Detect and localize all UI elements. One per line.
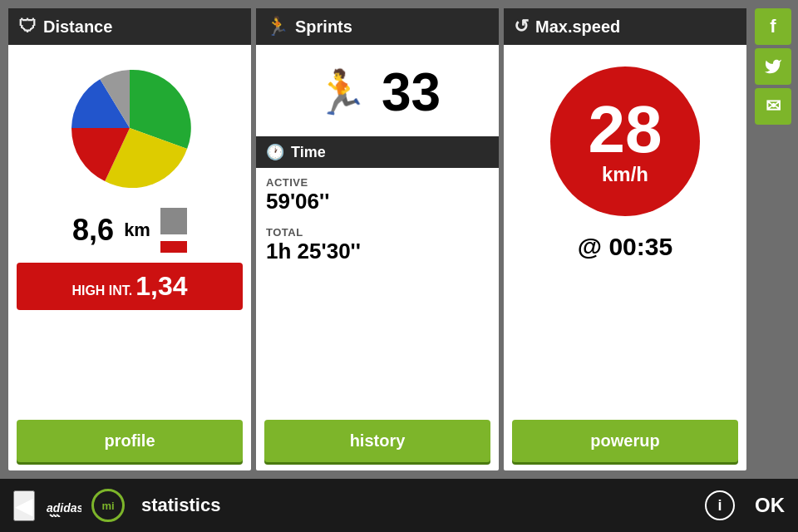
maxspeed-panel-body: 28 km/h @ 00:35 [504, 45, 746, 413]
back-button[interactable]: ◀ [13, 490, 35, 521]
distance-panel-footer: profile [8, 413, 251, 470]
total-label: TOTAL [266, 226, 489, 239]
speed-time: @ 00:35 [578, 233, 672, 261]
distance-panel-body: 8,6 km HIGH INT. 1,34 [8, 45, 251, 413]
distance-panel-header: 🛡 Distance [8, 8, 251, 45]
total-value: 1h 25'30'' [266, 239, 489, 264]
maxspeed-panel: ↺ Max.speed 28 km/h @ 00:35 powerup [504, 8, 746, 470]
high-int-label: HIGH INT. [71, 283, 132, 298]
total-time-row: TOTAL 1h 25'30'' [266, 226, 489, 264]
maxspeed-title: Max.speed [535, 17, 620, 37]
active-time-row: ACTIVE 59'06'' [266, 176, 489, 214]
mi-logo: mi [91, 489, 125, 522]
sprints-panel: 🏃 Sprints 🏃 33 🕐 Time ACTIVE [256, 8, 499, 470]
sprints-panel-body: 🏃 33 🕐 Time ACTIVE 59'06'' TOTAL [256, 45, 499, 413]
active-value: 59'06'' [266, 189, 489, 214]
mi-logo-text: mi [101, 500, 114, 512]
profile-button[interactable]: profile [17, 420, 243, 462]
maxspeed-panel-header: ↺ Max.speed [504, 8, 746, 45]
adidas-logo: adidas [45, 494, 81, 517]
sprints-count: 33 [382, 62, 441, 123]
svg-line-3 [57, 515, 60, 517]
svg-line-2 [53, 515, 57, 517]
adidas-wordmark-icon: adidas [45, 494, 81, 517]
high-int-badge: HIGH INT. 1,34 [17, 263, 243, 310]
main-content: 🛡 Distance [0, 0, 798, 479]
bottom-bar: ◀ adidas mi statistics i OK [0, 479, 798, 532]
ok-button[interactable]: OK [755, 494, 785, 517]
maxspeed-panel-footer: powerup [504, 413, 746, 470]
pie-chart [63, 62, 196, 195]
sprints-display: 🏃 33 [256, 45, 499, 136]
app-container: 🛡 Distance [0, 0, 798, 532]
info-button[interactable]: i [705, 490, 735, 520]
distance-unit: km [124, 219, 150, 241]
svg-text:adidas: adidas [47, 501, 81, 515]
panels-area: 🛡 Distance [0, 0, 755, 479]
sprints-panel-footer: history [256, 413, 499, 470]
svg-line-1 [50, 515, 53, 517]
distance-row: 8,6 km [17, 208, 243, 253]
clock-icon: 🕐 [266, 143, 284, 161]
time-title: Time [291, 144, 326, 161]
email-button[interactable]: ✉ [755, 88, 791, 125]
legend-boxes [160, 208, 187, 253]
time-data: ACTIVE 59'06'' TOTAL 1h 25'30'' [256, 168, 499, 284]
distance-icon: 🛡 [18, 16, 37, 37]
distance-title: Distance [43, 17, 112, 37]
speed-circle: 28 km/h [550, 66, 700, 216]
facebook-button[interactable]: f [755, 8, 791, 45]
runner-icon: 🏃 [314, 67, 368, 118]
distance-value: 8,6 [72, 213, 114, 248]
sprints-title: Sprints [295, 17, 352, 37]
sprints-icon: 🏃 [266, 16, 288, 37]
speed-number: 28 [589, 96, 663, 163]
social-sidebar: f ✉ [755, 0, 798, 479]
pie-chart-container [63, 62, 196, 195]
distance-panel: 🛡 Distance [8, 8, 251, 470]
time-section-header: 🕐 Time [256, 136, 499, 168]
twitter-button[interactable] [755, 48, 791, 85]
active-label: ACTIVE [266, 176, 489, 189]
grey-legend [160, 208, 187, 234]
speed-unit: km/h [602, 163, 648, 186]
info-icon: i [717, 497, 722, 515]
maxspeed-icon: ↺ [514, 16, 529, 37]
sprints-panel-header: 🏃 Sprints [256, 8, 499, 45]
red-bar [160, 241, 187, 253]
high-int-value: 1,34 [135, 271, 187, 302]
history-button[interactable]: history [264, 420, 490, 462]
bottom-title: statistics [141, 495, 695, 516]
powerup-button[interactable]: powerup [512, 420, 738, 462]
